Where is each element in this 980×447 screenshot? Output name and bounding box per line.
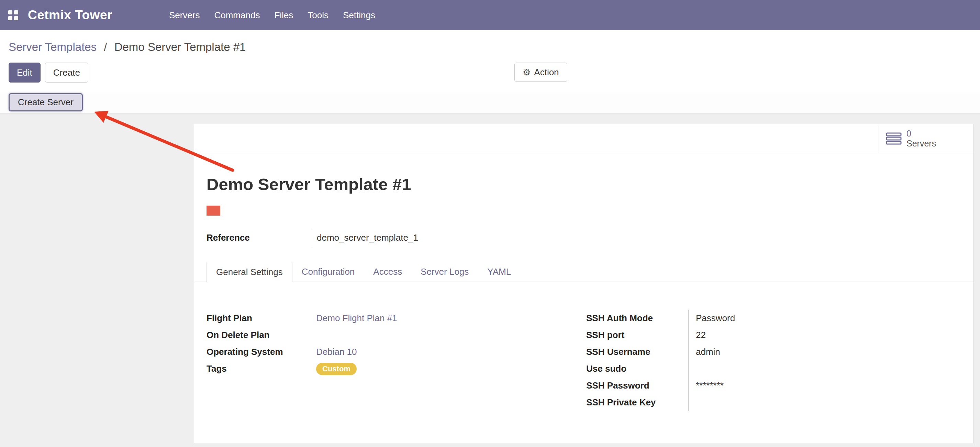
ssh-port-label: SSH port	[586, 327, 688, 343]
tag-badge-custom: Custom	[316, 363, 357, 375]
apps-grid-icon[interactable]	[8, 10, 18, 20]
servers-icon	[886, 132, 902, 145]
field-group-left: Flight Plan On Delete Plan Operating Sys…	[207, 310, 397, 377]
tags-label: Tags	[207, 360, 316, 377]
ssh-private-key-label: SSH Private Key	[586, 394, 688, 411]
control-panel: Server Templates / Demo Server Template …	[0, 30, 980, 91]
form-sheet: 0 Servers Demo Server Template #1 Refere…	[194, 124, 974, 443]
operating-system-label: Operating System	[207, 343, 316, 360]
stat-text: 0 Servers	[907, 129, 936, 148]
gear-icon: ⚙	[523, 67, 531, 78]
main-menu: Servers Commands Files Tools Settings	[169, 10, 375, 21]
ssh-password-value: ********	[696, 377, 805, 394]
ribbon-divider	[194, 153, 974, 153]
action-button[interactable]: ⚙ Action	[514, 62, 567, 82]
notebook-tabs: General Settings Configuration Access Se…	[207, 262, 520, 282]
reference-value: demo_server_template_1	[311, 229, 418, 246]
nav-item-servers[interactable]: Servers	[169, 10, 200, 21]
stat-label: Servers	[907, 139, 936, 148]
operating-system-value-link[interactable]: Debian 10	[316, 346, 357, 357]
ssh-auth-mode-label: SSH Auth Mode	[586, 310, 688, 327]
reference-label: Reference	[207, 229, 311, 246]
nav-item-settings[interactable]: Settings	[343, 10, 375, 21]
app-title[interactable]: Cetmix Tower	[28, 8, 112, 22]
stat-count: 0	[907, 129, 936, 139]
breadcrumb-parent-link[interactable]: Server Templates	[9, 41, 97, 53]
field-group-right: SSH Auth Mode SSH port SSH Username Use …	[586, 310, 805, 411]
nav-item-files[interactable]: Files	[274, 10, 293, 21]
ssh-port-value: 22	[696, 327, 805, 343]
record-title: Demo Server Template #1	[207, 175, 411, 194]
nav-item-commands[interactable]: Commands	[214, 10, 260, 21]
ssh-username-label: SSH Username	[586, 343, 688, 360]
ssh-private-key-value	[696, 394, 805, 411]
create-server-button[interactable]: Create Server	[9, 93, 83, 112]
tab-general-settings[interactable]: General Settings	[207, 262, 293, 282]
breadcrumb-current: Demo Server Template #1	[115, 41, 246, 53]
tab-server-logs[interactable]: Server Logs	[411, 262, 478, 282]
edit-button[interactable]: Edit	[9, 62, 41, 83]
tab-configuration[interactable]: Configuration	[293, 262, 364, 282]
servers-stat-button[interactable]: 0 Servers	[879, 124, 974, 153]
statusbar-strip: Create Server	[0, 91, 980, 114]
toolbar: Edit Create ⚙ Action	[9, 62, 971, 83]
use-sudo-label: Use sudo	[586, 360, 688, 377]
on-delete-plan-label: On Delete Plan	[207, 327, 316, 343]
breadcrumb: Server Templates / Demo Server Template …	[9, 41, 246, 54]
top-nav-bar: Cetmix Tower Servers Commands Files Tool…	[0, 0, 980, 30]
use-sudo-value	[696, 360, 805, 377]
action-button-label: Action	[534, 67, 559, 78]
content-area: 0 Servers Demo Server Template #1 Refere…	[0, 114, 980, 447]
flight-plan-label: Flight Plan	[207, 310, 316, 327]
ssh-password-label: SSH Password	[586, 377, 688, 394]
tab-access[interactable]: Access	[364, 262, 411, 282]
ssh-username-value: admin	[696, 343, 805, 360]
reference-field: Reference demo_server_template_1	[207, 229, 418, 246]
tab-yaml[interactable]: YAML	[478, 262, 520, 282]
create-button[interactable]: Create	[45, 62, 88, 83]
breadcrumb-separator: /	[104, 41, 107, 53]
color-swatch	[207, 206, 220, 216]
flight-plan-value-link[interactable]: Demo Flight Plan #1	[316, 313, 397, 324]
nav-item-tools[interactable]: Tools	[307, 10, 328, 21]
ssh-auth-mode-value: Password	[696, 310, 805, 327]
